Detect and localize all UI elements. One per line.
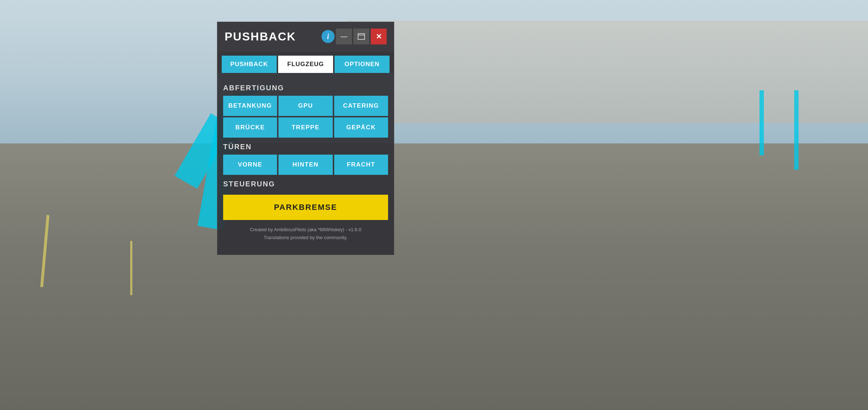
tab-optionen[interactable]: OPTIONEN bbox=[335, 56, 390, 73]
tueren-label: TÜREN bbox=[223, 143, 388, 151]
betankung-button[interactable]: BETANKUNG bbox=[223, 96, 277, 116]
panel-header: PUSHBACK i — ✕ bbox=[217, 22, 394, 51]
taxiway-line-4 bbox=[760, 90, 764, 155]
tabs-container: PUSHBACK FLUGZEUG OPTIONEN bbox=[217, 51, 394, 73]
steuerung-label: STEUERUNG bbox=[223, 180, 388, 188]
close-button[interactable]: ✕ bbox=[371, 29, 387, 44]
fracht-button[interactable]: FRACHT bbox=[334, 155, 388, 175]
footer-line1: Created by AmbitiousPilots (aka *68Whisk… bbox=[227, 226, 384, 234]
tueren-grid: VORNE HINTEN FRACHT bbox=[223, 155, 388, 175]
footer-line2: Translations provided by the community. bbox=[227, 234, 384, 242]
abfertigung-grid: BETANKUNG GPU CATERING BRÜCKE TREPPE GEP… bbox=[223, 96, 388, 138]
tab-pushback[interactable]: PUSHBACK bbox=[222, 56, 277, 73]
pushback-panel: PUSHBACK i — ✕ PUSHBACK FLUGZEUG OPTIONE… bbox=[217, 22, 394, 255]
panel-title: PUSHBACK bbox=[225, 30, 320, 43]
vorne-button[interactable]: VORNE bbox=[223, 155, 277, 175]
parkbremse-button[interactable]: PARKBREMSE bbox=[223, 195, 388, 220]
abfertigung-label: ABFERTIGUNG bbox=[223, 84, 388, 92]
panel-footer: Created by AmbitiousPilots (aka *68Whisk… bbox=[223, 220, 388, 242]
svg-rect-0 bbox=[358, 34, 365, 39]
airport-buildings bbox=[347, 21, 868, 123]
gpu-button[interactable]: GPU bbox=[278, 96, 332, 116]
expand-icon bbox=[358, 33, 365, 40]
info-button[interactable]: i bbox=[322, 30, 335, 43]
treppe-button[interactable]: TREPPE bbox=[278, 117, 332, 138]
ground-marking-2 bbox=[130, 241, 132, 295]
bruecke-button[interactable]: BRÜCKE bbox=[223, 117, 277, 138]
gepaeck-button[interactable]: GEPÄCK bbox=[334, 117, 388, 138]
panel-body: ABFERTIGUNG BETANKUNG GPU CATERING BRÜCK… bbox=[217, 73, 394, 247]
tab-flugzeug[interactable]: FLUGZEUG bbox=[278, 56, 333, 73]
expand-button[interactable] bbox=[353, 29, 369, 44]
catering-button[interactable]: CATERING bbox=[334, 96, 388, 116]
hinten-button[interactable]: HINTEN bbox=[278, 155, 332, 175]
minimize-button[interactable]: — bbox=[336, 29, 352, 44]
taxiway-line-5 bbox=[794, 90, 799, 170]
